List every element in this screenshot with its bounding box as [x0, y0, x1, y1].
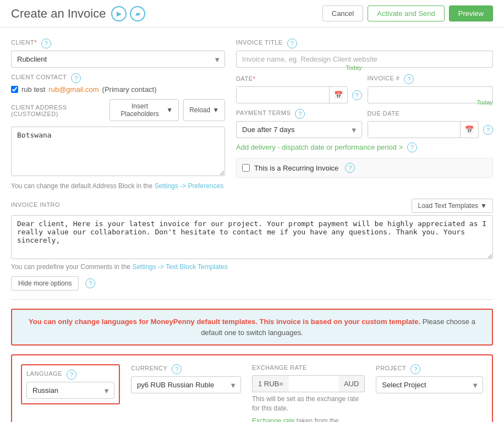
date-field-wrapper: Today DATE* 22 February 2017 📅 ? — [236, 74, 361, 103]
hide-options-help-icon[interactable]: ? — [85, 278, 95, 288]
activate-send-button[interactable]: Activate and Send — [368, 6, 445, 21]
divider — [11, 299, 493, 300]
delivery-link-row: Add delivery - dispatch date or performa… — [236, 143, 493, 152]
language-wrapper: LANGUAGE ? Russian ▼ — [21, 364, 120, 404]
invoice-title-help-icon[interactable]: ? — [287, 39, 297, 48]
payment-select-wrapper: Due after 7 days ▼ — [236, 121, 361, 138]
recurring-help-icon[interactable]: ? — [345, 163, 355, 173]
hide-options-button[interactable]: Hide more options — [11, 276, 79, 291]
insert-placeholders-button[interactable]: Insert Placeholders ▼ — [109, 99, 179, 121]
calendar-icon[interactable]: 📅 — [329, 87, 347, 103]
language-select-wrapper: Russian ▼ — [26, 382, 114, 399]
address-section: CLIENT ADDRESS (CUSTOMIZED) Insert Place… — [11, 99, 225, 178]
exchange-suffix: AUD — [338, 375, 365, 392]
main-content: CLIENT* ? Rubclient ▼ CLIENT CONTACT ? — [0, 28, 504, 422]
address-settings-note: You can change the default Address Block… — [11, 182, 225, 190]
intro-settings-note: You can predefine your Comments in the S… — [11, 263, 493, 271]
project-wrapper: PROJECT ? Select Project ▼ — [376, 364, 483, 393]
currency-wrapper: CURRENCY ? py6 RUB Russian Ruble ▼ — [131, 364, 241, 393]
delivery-link[interactable]: Add delivery - dispatch date or performa… — [236, 143, 403, 151]
exchange-ecb-note: Exchange rate taken from the European Ce… — [252, 416, 365, 422]
contact-name: rub test — [21, 85, 45, 94]
exchange-label: EXCHANGE RATE — [252, 364, 307, 371]
currency-label: CURRENCY — [131, 365, 167, 371]
header-icons: ▶ ▰ — [111, 6, 145, 21]
alert-text: You can only change languages for MoneyP… — [21, 316, 483, 338]
invoice-num-wrapper: INVOICE # ? IV-0004 — [368, 74, 493, 103]
language-label: LANGUAGE — [26, 370, 62, 377]
due-date-help-icon[interactable]: ? — [483, 125, 493, 135]
language-select[interactable]: Russian — [26, 382, 114, 399]
settings-preferences-link[interactable]: Settings -> Preferences — [154, 182, 223, 190]
payment-terms-wrapper: PAYMENT TERMS ? Due after 7 days ▼ — [236, 109, 361, 138]
project-select-wrapper: Select Project ▼ — [376, 376, 483, 393]
invoice-num-help-icon[interactable]: ? — [404, 74, 414, 84]
client-label: CLIENT* — [11, 39, 37, 46]
header-actions: Cancel Activate and Send Preview — [322, 6, 493, 21]
address-textarea[interactable]: Botswana — [11, 127, 225, 176]
currency-select-wrapper: py6 RUB Russian Ruble ▼ — [131, 376, 241, 393]
currency-select[interactable]: py6 RUB Russian Ruble — [131, 376, 241, 393]
contact-row: rub test rub@gmail.com (Primary contact) — [11, 85, 225, 94]
payment-label: PAYMENT TERMS — [236, 109, 291, 116]
exchange-rate-link[interactable]: Exchange rate — [252, 417, 294, 422]
date-help-icon[interactable]: ? — [352, 90, 362, 100]
video-icon[interactable]: ▶ — [111, 6, 127, 21]
client-select-row: Rubclient ▼ — [11, 51, 225, 68]
date-today-label: Today — [346, 64, 361, 71]
due-date-wrapper: Today DUE DATE 01 March 2017 📅 ? — [368, 109, 493, 138]
load-template-button[interactable]: Load Text Templates ▼ — [412, 199, 493, 213]
contact-help-icon[interactable]: ? — [71, 73, 81, 83]
due-date-label: DUE DATE — [368, 110, 400, 117]
reload-button[interactable]: Reload ▼ — [183, 99, 225, 121]
exchange-rate-input[interactable]: 0.022452 — [289, 375, 338, 392]
page-header: Create an Invoice ▶ ▰ Cancel Activate an… — [0, 0, 504, 28]
recurring-label: This is a Recurring Invoice — [254, 164, 338, 172]
invoice-title-input[interactable] — [236, 51, 493, 68]
preview-button[interactable]: Preview — [449, 6, 493, 21]
date-invoice-row: Today DATE* 22 February 2017 📅 ? — [236, 74, 493, 103]
exchange-rate-wrapper: EXCHANGE RATE 1 RUB= 0.022452 AUD This w… — [252, 364, 365, 422]
title-text: Create an Invoice — [11, 7, 106, 21]
intro-label: INVOICE INTRO — [11, 201, 60, 208]
hide-options-row: Hide more options ? — [11, 276, 493, 291]
cancel-button[interactable]: Cancel — [322, 6, 363, 21]
exchange-note: This will be set as the exchange rate fo… — [252, 394, 365, 413]
invoice-title-label: INVOICE TITLE — [236, 39, 283, 46]
delivery-help-icon[interactable]: ? — [407, 143, 417, 152]
recurring-row: This is a Recurring Invoice ? — [236, 158, 493, 178]
exchange-prefix: 1 RUB= — [252, 375, 289, 392]
invoice-num-input[interactable]: IV-0004 — [368, 86, 493, 103]
recurring-checkbox[interactable] — [242, 164, 250, 172]
client-select[interactable]: Rubclient — [11, 51, 225, 68]
currency-help-icon[interactable]: ? — [172, 364, 182, 374]
contact-label: CLIENT CONTACT — [11, 74, 67, 80]
due-calendar-icon[interactable]: 📅 — [460, 122, 478, 138]
payment-select[interactable]: Due after 7 days — [236, 121, 361, 138]
invoice-num-label: INVOICE # — [368, 75, 400, 81]
camera-icon[interactable]: ▰ — [130, 6, 145, 21]
date-input[interactable]: 22 February 2017 — [237, 87, 328, 103]
language-help-icon[interactable]: ? — [67, 370, 76, 380]
contact-note: (Primary contact) — [102, 85, 157, 94]
due-date-input[interactable]: 01 March 2017 — [368, 122, 460, 138]
page-title: Create an Invoice ▶ ▰ — [11, 6, 145, 21]
reload-arrow-icon: ▼ — [212, 106, 219, 114]
client-help-icon[interactable]: ? — [41, 39, 51, 48]
intro-textarea[interactable]: Dear client, Here is your latest invoice… — [11, 215, 493, 259]
project-select[interactable]: Select Project — [376, 376, 483, 393]
project-label: PROJECT — [376, 365, 406, 371]
dropdown-arrow-icon: ▼ — [166, 106, 173, 114]
text-block-templates-link[interactable]: Settings -> Text Block Templates — [132, 263, 227, 271]
contact-email: rub@gmail.com — [48, 85, 98, 94]
contact-checkbox[interactable] — [11, 86, 18, 93]
address-toolbar: Insert Placeholders ▼ Reload ▼ — [109, 99, 225, 121]
load-template-arrow-icon: ▼ — [480, 202, 487, 210]
payment-due-row: PAYMENT TERMS ? Due after 7 days ▼ Today… — [236, 109, 493, 138]
client-column: CLIENT* ? Rubclient ▼ CLIENT CONTACT ? — [11, 39, 225, 190]
project-help-icon[interactable]: ? — [410, 364, 420, 374]
alert-box: You can only change languages for MoneyP… — [11, 309, 493, 346]
exchange-input-group: 1 RUB= 0.022452 AUD — [252, 375, 365, 392]
client-invoice-row: CLIENT* ? Rubclient ▼ CLIENT CONTACT ? — [11, 39, 493, 190]
payment-help-icon[interactable]: ? — [295, 109, 305, 119]
